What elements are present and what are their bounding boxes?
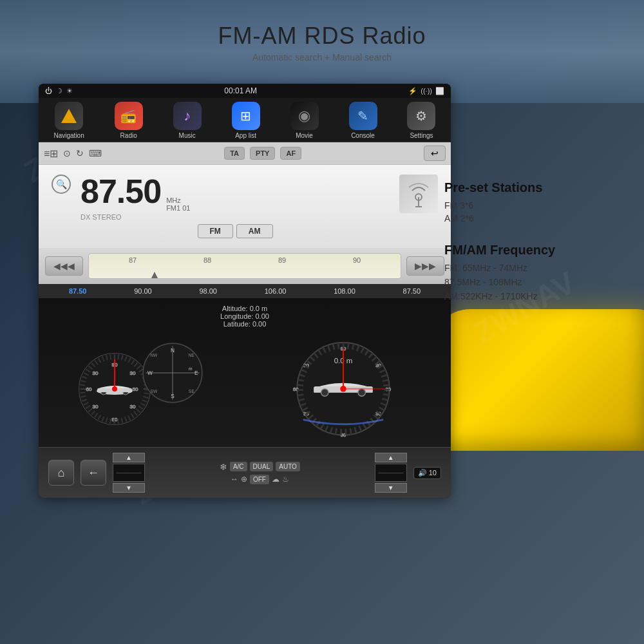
band-info: FM1 01 xyxy=(166,204,190,212)
keyboard-icon: ⌨ xyxy=(89,148,102,158)
ta-button[interactable]: TA xyxy=(224,147,245,160)
tuner-bar[interactable]: 87 88 89 90 xyxy=(88,253,401,279)
svg-text:W: W xyxy=(147,370,153,376)
temp-down-button[interactable]: ▼ xyxy=(113,483,145,493)
pty-button[interactable]: PTY xyxy=(250,147,275,160)
temp-up-button[interactable]: ▲ xyxy=(113,453,145,462)
brightness-icon: ☀ xyxy=(66,87,73,95)
person-icon: ⊕ xyxy=(241,475,247,484)
preset-stations-section: Pre-set Stations FM 3*6 AM 2*6 xyxy=(444,180,625,223)
tuner-mark-87: 87 xyxy=(129,256,137,264)
tuner-marks: 87 88 89 90 xyxy=(95,256,394,264)
device-panel: ⏻ ☽ ☀ 00:01 AM ⚡ ((·)) ⬜ Navigation 📻 Ra… xyxy=(39,84,451,498)
navigation-label: Navigation xyxy=(53,132,84,139)
preset-am-line: AM 2*6 xyxy=(444,213,625,223)
home-button[interactable]: ⌂ xyxy=(48,460,74,486)
compass-gauge-svg: N S E W NW NE SE SW m xyxy=(140,331,205,415)
temp-left-value: ───── xyxy=(117,469,142,477)
volume-display: 🔊 10 xyxy=(413,467,441,479)
tuner-mark-88: 88 xyxy=(204,256,211,264)
frequency-value: 87.50 xyxy=(80,175,161,208)
sidebar-item-radio[interactable]: 📻 Radio xyxy=(115,102,143,139)
freq-line-2: 87.5MHz - 108MHz xyxy=(444,277,625,287)
preset-stations-title: Pre-set Stations xyxy=(444,180,625,195)
preset-5[interactable]: 108.00 xyxy=(334,287,355,295)
preset-fm-line: FM 3*6 xyxy=(444,200,625,211)
window-icon: ⬜ xyxy=(435,87,444,95)
temp2-up-button[interactable]: ▲ xyxy=(375,453,407,462)
svg-text:NW: NW xyxy=(150,353,158,357)
climate-panel: ⌂ ← ▲ ───── ▼ ❄ A/C DUAL AUTO ↔ ⊕ OFF ☁ xyxy=(39,447,451,498)
search-icon[interactable]: 🔍 xyxy=(52,175,71,194)
radio-back-button[interactable]: ↩ xyxy=(424,146,446,161)
frequency-unit: MHz xyxy=(166,196,190,204)
fm-button[interactable]: FM xyxy=(198,224,233,238)
sidebar-item-movie[interactable]: ◉ Movie xyxy=(290,102,319,139)
tuner-container: ◀◀◀ 87 88 89 90 ▶▶▶ xyxy=(39,248,451,284)
status-bar: ⏻ ☽ ☀ 00:01 AM ⚡ ((·)) ⬜ xyxy=(39,84,451,98)
right-info-panel: Pre-set Stations FM 3*6 AM 2*6 FM/AM Fre… xyxy=(444,180,625,321)
refresh-icon: ↻ xyxy=(76,148,84,158)
svg-text:60: 60 xyxy=(132,386,138,392)
preset-6[interactable]: 87.50 xyxy=(403,287,421,295)
sidebar-item-applist[interactable]: ⊞ App list xyxy=(232,102,260,139)
applist-icon-bg: ⊞ xyxy=(232,102,260,130)
music-icon-glyph: ♪ xyxy=(184,108,191,124)
status-icons-right: ⚡ ((·)) ⬜ xyxy=(408,87,444,95)
console-icon-bg: ✎ xyxy=(349,102,377,130)
next-station-button[interactable]: ▶▶▶ xyxy=(406,256,444,276)
cd-icon: ⊙ xyxy=(63,148,71,158)
temp2-down-button[interactable]: ▼ xyxy=(375,483,407,493)
page-title: FM-AM RDS Radio xyxy=(13,23,631,50)
gps-info: Altitude: 0.0 m Longitude: 0.00 Latitude… xyxy=(220,305,269,328)
af-button[interactable]: AF xyxy=(280,147,301,160)
navigation-icon-bg xyxy=(55,102,83,130)
sidebar-item-console[interactable]: ✎ Console xyxy=(349,102,377,139)
off-label[interactable]: OFF xyxy=(250,475,269,484)
sidebar-item-music[interactable]: ♪ Music xyxy=(173,102,202,139)
volume-value: 10 xyxy=(429,469,437,477)
volume-icon: 🔊 xyxy=(418,469,427,477)
preset-3[interactable]: 98.00 xyxy=(199,287,217,295)
heat-icon: ♨ xyxy=(282,475,289,484)
dual-label[interactable]: DUAL xyxy=(250,462,274,471)
left-gauge: 90 90 60 60 30 30 30 30 xyxy=(76,331,205,440)
settings-icon-bg: ⚙ xyxy=(407,102,435,130)
svg-text:S: S xyxy=(171,393,175,399)
fm-am-freq-section: FM/AM Frequency FM: 65MHz - 74MHz 87.5MH… xyxy=(444,243,625,301)
auto-label[interactable]: AUTO xyxy=(276,462,300,471)
svg-text:30: 30 xyxy=(129,370,135,376)
movie-label: Movie xyxy=(296,132,313,139)
svg-point-22 xyxy=(112,386,117,392)
sidebar-item-settings[interactable]: ⚙ Settings xyxy=(407,102,435,139)
app-bar: Navigation 📻 Radio ♪ Music ⊞ App list ◉ … xyxy=(39,98,451,142)
tuner-needle xyxy=(151,272,158,278)
ac-label[interactable]: A/C xyxy=(230,462,247,471)
preset-4[interactable]: 106.00 xyxy=(265,287,287,295)
fan-icon: ☁ xyxy=(272,475,279,484)
frequency-display: 🔍 87.50 MHz FM1 01 DX STEREO FM AM xyxy=(39,165,451,248)
settings-icon-glyph: ⚙ xyxy=(415,108,427,124)
preset-2[interactable]: 90.00 xyxy=(134,287,152,295)
svg-text:m: m xyxy=(189,366,193,371)
freq-range-title: FM/AM Frequency xyxy=(444,243,625,258)
ac-controls: ❄ A/C DUAL AUTO ↔ ⊕ OFF ☁ ♨ xyxy=(151,462,368,484)
usb-icon: ⚡ xyxy=(408,87,417,95)
ac-snowflake-icon: ❄ xyxy=(220,462,227,472)
svg-text:60: 60 xyxy=(293,386,299,392)
am-button[interactable]: AM xyxy=(236,224,273,238)
temp-right-value: ───── xyxy=(378,469,403,477)
preset-1[interactable]: 87.50 xyxy=(69,287,87,295)
radio-icon-bg: 📻 xyxy=(115,102,143,130)
svg-text:30: 30 xyxy=(129,404,135,410)
settings-label: Settings xyxy=(410,132,433,139)
prev-station-button[interactable]: ◀◀◀ xyxy=(45,256,83,276)
moon-icon: ☽ xyxy=(56,87,62,95)
sidebar-item-navigation[interactable]: Navigation xyxy=(53,102,84,139)
signal-icon xyxy=(399,175,438,213)
preset-row: 87.50 90.00 98.00 106.00 108.00 87.50 xyxy=(39,284,451,298)
page-subtitle: Automatic search + Manual search xyxy=(13,52,631,62)
svg-text:30: 30 xyxy=(92,404,98,410)
back-button[interactable]: ← xyxy=(80,460,106,486)
svg-text:N: N xyxy=(170,347,174,354)
